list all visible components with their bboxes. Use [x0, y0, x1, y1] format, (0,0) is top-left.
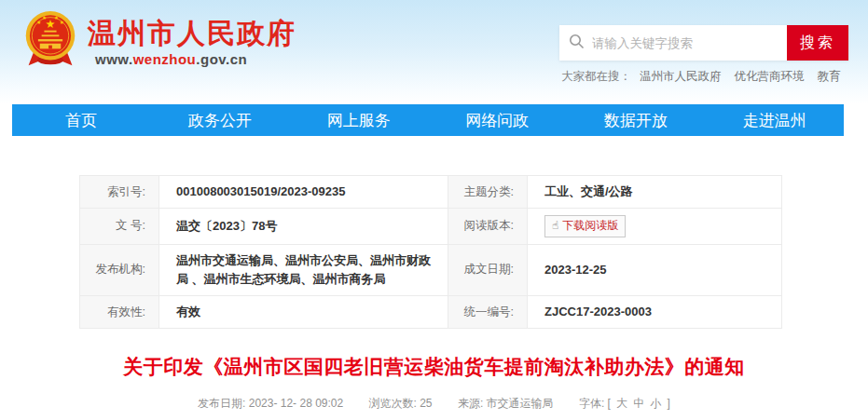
unified-number-value: ZJCC17-2023-0003 — [528, 296, 782, 329]
table-row: 发布机构: 温州市交通运输局、温州市公安局、温州市财政局 、温州市生态环境局、温… — [80, 244, 782, 295]
font-bracket-close: ] — [664, 397, 670, 410]
nav-item-open-data[interactable]: 数据开放 — [567, 104, 706, 136]
table-row: 文 号: 温交〔2023〕78号 阅读版本: ☝下载阅读版 — [80, 209, 782, 245]
search-icon — [569, 34, 592, 53]
unified-number-label: 统一编号: — [448, 296, 528, 329]
font-size-medium[interactable]: 中 — [633, 397, 644, 410]
issuing-agency-value: 温州市交通运输局、温州市公安局、温州市财政局 、温州市生态环境局、温州市商务局 — [159, 244, 448, 295]
nav-item-home[interactable]: 首页 — [12, 104, 151, 136]
font-size-control: 字体: [ 大中小 ] — [579, 397, 670, 410]
site-url-suffix: .gov.cn — [196, 51, 247, 67]
issuing-agency-label: 发布机构: — [80, 244, 159, 295]
publish-date-label: 发布日期: — [198, 397, 249, 410]
font-bracket-open: [ — [608, 397, 614, 410]
issue-date-label: 成文日期: — [448, 244, 528, 295]
svg-text:★: ★ — [54, 15, 59, 20]
nav-item-gov-affairs[interactable]: 政务公开 — [151, 104, 290, 136]
svg-text:★: ★ — [36, 20, 41, 25]
issue-date-value: 2023-12-25 — [528, 244, 782, 295]
table-row: 索引号: 001008003015019/2023-09235 主题分类: 工业… — [80, 176, 782, 209]
hot-search-item-1[interactable]: 温州市人民政府 — [640, 70, 722, 83]
search-button[interactable]: 搜索 — [787, 25, 848, 61]
svg-text:★: ★ — [42, 15, 47, 20]
hot-search-item-3[interactable]: 教育 — [818, 70, 841, 83]
font-size-label: 字体: — [579, 397, 608, 410]
font-size-small[interactable]: 小 — [650, 397, 661, 410]
search-box — [559, 25, 787, 61]
table-row: 有效性: 有效 统一编号: ZJCC17-2023-0003 — [80, 296, 782, 329]
view-count-label: 浏览次数: — [369, 397, 420, 410]
view-count: 浏览次数: 25 — [369, 397, 433, 410]
doc-number-value: 温交〔2023〕78号 — [159, 209, 448, 245]
site-header: ★ ★ ★ ★ ★ 温州市人民政府 www.wenzhou.gov.cn — [0, 0, 868, 104]
site-url-prefix: www. — [95, 51, 133, 67]
reading-version-label: 阅读版本: — [448, 209, 528, 245]
national-emblem-icon: ★ ★ ★ ★ ★ — [22, 9, 78, 75]
search-bar: 搜索 — [559, 25, 848, 61]
validity-value: 有效 — [159, 296, 448, 329]
doc-info-table: 索引号: 001008003015019/2023-09235 主题分类: 工业… — [79, 175, 782, 329]
hot-search-label: 大家都在搜： — [561, 70, 631, 83]
svg-text:★: ★ — [60, 20, 64, 25]
search-input[interactable] — [592, 36, 778, 50]
font-size-large[interactable]: 大 — [616, 397, 627, 410]
reading-version-cell: ☝下载阅读版 — [528, 209, 782, 245]
nav-item-about-wenzhou[interactable]: 走进温州 — [705, 104, 844, 136]
view-count-value: 25 — [420, 397, 432, 410]
doc-number-label: 文 号: — [80, 209, 159, 245]
nav-item-online-politics[interactable]: 网络问政 — [428, 104, 567, 136]
topic-category-label: 主题分类: — [448, 176, 528, 209]
hot-search: 大家都在搜：温州市人民政府优化营商环境教育 — [561, 69, 841, 85]
download-reading-version-button[interactable]: ☝下载阅读版 — [544, 215, 626, 237]
article-meta: 发布日期: 2023- 12- 28 09:02 浏览次数: 25 来源: 市交… — [0, 396, 868, 412]
main-nav: 首页 政务公开 网上服务 网络问政 数据开放 走进温州 — [12, 104, 844, 136]
publish-date: 发布日期: 2023- 12- 28 09:02 — [198, 397, 343, 410]
nav-item-online-services[interactable]: 网上服务 — [289, 104, 428, 136]
site-url: www.wenzhou.gov.cn — [95, 51, 296, 67]
publish-date-value: 2023- 12- 28 09:02 — [249, 397, 343, 410]
hot-search-item-2[interactable]: 优化营商环境 — [735, 70, 805, 83]
site-logo[interactable]: ★ ★ ★ ★ ★ 温州市人民政府 www.wenzhou.gov.cn — [22, 9, 296, 75]
download-reading-version-label: 下载阅读版 — [562, 219, 618, 232]
validity-label: 有效性: — [80, 296, 159, 329]
hand-cursor-icon: ☝ — [552, 219, 558, 232]
index-number-value: 001008003015019/2023-09235 — [159, 176, 448, 209]
index-number-label: 索引号: — [80, 176, 159, 209]
site-title: 温州市人民政府 — [88, 18, 296, 48]
topic-category-value: 工业、交通/公路 — [528, 176, 782, 209]
source-label: 来源: — [458, 397, 487, 410]
source-value: 市交通运输局 — [487, 397, 554, 410]
site-url-domain: wenzhou — [133, 51, 197, 67]
article-title: 关于印发《温州市区国四老旧营运柴油货车提前淘汰补助办法》的通知 — [0, 354, 868, 380]
source: 来源: 市交通运输局 — [458, 397, 554, 410]
